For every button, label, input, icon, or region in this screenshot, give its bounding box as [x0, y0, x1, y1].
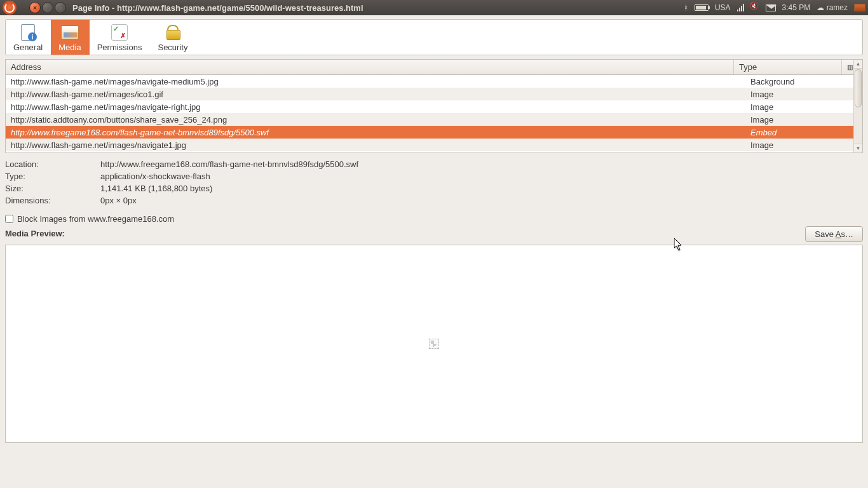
page-info-window: General Media Permissions Security Addre… — [0, 19, 868, 488]
cell-type: Background — [745, 77, 853, 86]
cell-type: Image — [745, 115, 853, 125]
dimensions-value: 0px × 0px — [100, 196, 137, 205]
column-picker-icon[interactable]: ▥ — [842, 60, 853, 74]
dimensions-label: Dimensions: — [5, 196, 100, 205]
tab-permissions[interactable]: Permissions — [90, 20, 151, 55]
save-as-button[interactable]: Save As… — [805, 226, 863, 242]
cell-address: http://www.flash-game.net/images/navigat… — [6, 102, 745, 112]
tab-media[interactable]: Media — [51, 20, 89, 55]
location-label: Location: — [5, 159, 100, 169]
permissions-icon — [109, 24, 130, 41]
cell-address: http://static.addtoany.com/buttons/share… — [6, 115, 745, 125]
tab-general[interactable]: General — [6, 20, 51, 55]
cell-type: Image — [745, 90, 853, 99]
broken-image-icon — [429, 339, 439, 349]
window-close-button[interactable]: × — [29, 2, 41, 13]
type-value: application/x-shockwave-flash — [100, 172, 210, 181]
cell-address: http://www.flash-game.net/images/navigat… — [6, 77, 745, 86]
block-images-checkbox[interactable] — [5, 215, 13, 223]
scroll-down-button[interactable]: ▼ — [854, 144, 862, 152]
window-title: Page Info - http://www.flash-game.net/ga… — [72, 3, 363, 13]
table-row[interactable]: http://static.addtoany.com/buttons/share… — [6, 113, 853, 126]
table-row[interactable]: http://www.flash-game.net/images/ico1.gi… — [6, 88, 853, 100]
block-images-row: Block Images from www.freegame168.com — [5, 214, 863, 224]
mail-icon[interactable] — [766, 4, 776, 11]
general-icon — [18, 24, 38, 41]
column-header-type[interactable]: Type — [734, 60, 842, 74]
cell-address: http://www.flash-game.net/images/navigat… — [6, 140, 745, 150]
media-table: Address Type ▥ http://www.flash-game.net… — [5, 59, 863, 153]
table-row[interactable]: http://www.flash-game.net/images/navigat… — [6, 100, 853, 113]
media-details: Location: http://www.freegame168.com/fla… — [5, 159, 863, 205]
location-value: http://www.freegame168.com/flash-game-ne… — [100, 159, 358, 169]
cell-type: Embed — [745, 128, 853, 137]
size-label: Size: — [5, 184, 100, 193]
system-tray: ᚼ USA 3:45 PM ☁ ramez — [684, 3, 865, 12]
clock[interactable]: 3:45 PM — [782, 3, 811, 12]
media-preview-area — [5, 245, 863, 443]
keyboard-indicator[interactable]: USA — [715, 3, 731, 12]
cell-type: Image — [745, 102, 853, 112]
system-menubar: × – ▢ Page Info - http://www.flash-game.… — [0, 0, 868, 15]
bluetooth-icon[interactable]: ᚼ — [684, 3, 688, 12]
table-body: http://www.flash-game.net/images/navigat… — [6, 75, 853, 151]
network-signal-icon[interactable] — [737, 4, 744, 11]
battery-icon[interactable] — [695, 4, 709, 11]
ubuntu-logo-icon[interactable] — [3, 1, 17, 15]
cell-address: http://www.flash-game.net/images/ico1.gi… — [6, 90, 745, 99]
cell-type: Image — [745, 140, 853, 150]
volume-mute-icon[interactable] — [750, 4, 759, 11]
table-header: Address Type ▥ — [6, 60, 853, 75]
media-icon — [60, 24, 80, 41]
column-header-address[interactable]: Address — [6, 60, 734, 74]
scrollbar[interactable]: ▲ ▼ — [853, 60, 862, 152]
media-preview-label: Media Preview: — [5, 229, 65, 238]
shutdown-icon[interactable] — [854, 4, 865, 11]
scroll-up-button[interactable]: ▲ — [854, 60, 862, 69]
window-maximize-button[interactable]: ▢ — [55, 2, 66, 13]
tab-security[interactable]: Security — [150, 20, 196, 55]
window-controls: × – ▢ — [29, 2, 66, 13]
tab-bar: General Media Permissions Security — [5, 19, 863, 55]
security-lock-icon — [163, 24, 183, 41]
table-row[interactable]: http://www.flash-game.net/images/navigat… — [6, 75, 853, 88]
window-minimize-button[interactable]: – — [42, 2, 53, 13]
user-menu[interactable]: ☁ ramez — [817, 3, 848, 12]
table-row[interactable]: http://www.flash-game.net/images/navigat… — [6, 139, 853, 151]
block-images-label[interactable]: Block Images from www.freegame168.com — [17, 214, 174, 224]
type-label: Type: — [5, 172, 100, 181]
table-row[interactable]: http://www.freegame168.com/flash-game-ne… — [6, 126, 853, 139]
scroll-thumb[interactable] — [855, 69, 862, 107]
cell-address: http://www.freegame168.com/flash-game-ne… — [6, 128, 745, 137]
size-value: 1,141.41 KB (1,168,800 bytes) — [100, 184, 212, 193]
